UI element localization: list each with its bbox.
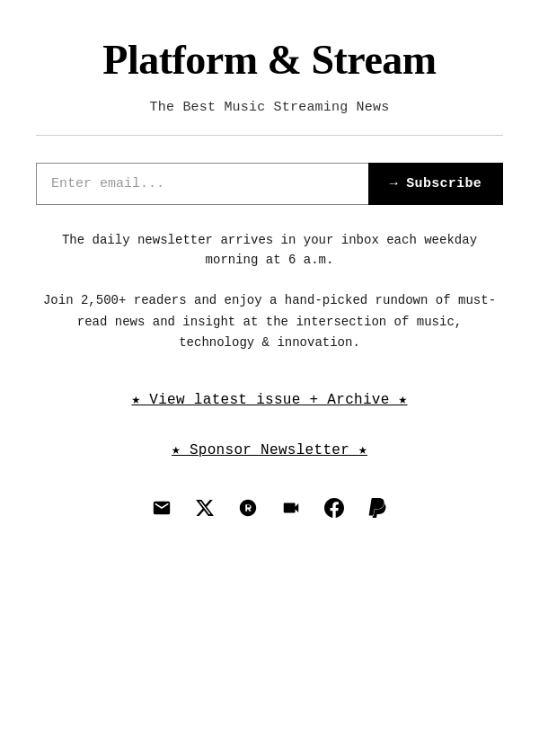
description-readers: Join 2,500+ readers and enjoy a hand-pic…: [36, 290, 503, 354]
sponsor-link[interactable]: ★ Sponsor Newsletter ★: [172, 440, 367, 458]
page-wrapper: Platform & Stream The Best Music Streami…: [0, 0, 539, 554]
social-icons: [152, 498, 387, 518]
facebook-icon[interactable]: [324, 498, 344, 518]
email-icon[interactable]: [152, 498, 172, 518]
readcv-icon[interactable]: [238, 498, 258, 518]
subscribe-form: → Subscribe: [36, 163, 503, 205]
site-tagline: The Best Music Streaming News: [150, 100, 390, 115]
medium-icon[interactable]: [281, 498, 301, 518]
description-daily: The daily newsletter arrives in your inb…: [36, 230, 503, 271]
archive-link[interactable]: ★ View latest issue + Archive ★: [131, 390, 407, 408]
twitter-icon[interactable]: [195, 498, 215, 518]
email-input[interactable]: [36, 163, 368, 205]
paypal-icon[interactable]: [367, 498, 387, 518]
divider: [36, 135, 503, 136]
subscribe-button[interactable]: → Subscribe: [368, 163, 503, 205]
site-title: Platform & Stream: [102, 36, 436, 84]
